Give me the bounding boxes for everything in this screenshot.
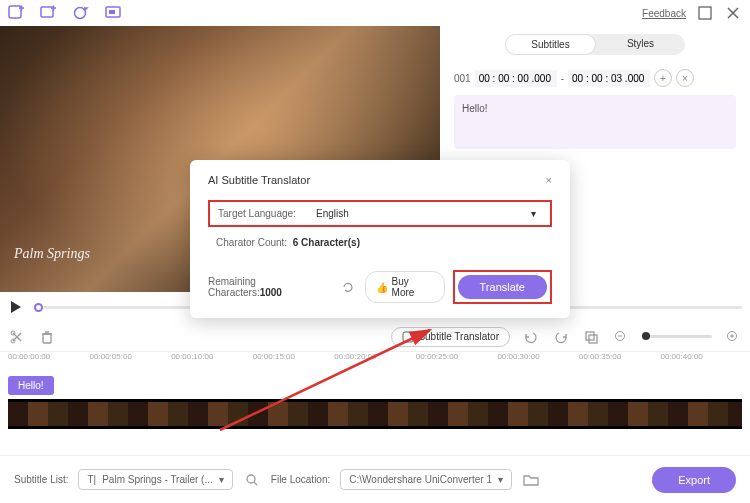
svg-rect-9	[403, 332, 413, 342]
refresh-count-icon[interactable]	[339, 278, 357, 296]
timeline-ruler: 00:00:00:00 00:00:05:00 00:00:10:00 00:0…	[0, 352, 750, 372]
time-start-input[interactable]	[475, 70, 557, 87]
maximize-icon[interactable]	[696, 4, 714, 22]
modal-title: AI Subtitle Translator	[208, 174, 310, 186]
subtitle-tabs: Subtitles Styles	[505, 34, 685, 55]
svg-rect-4	[109, 10, 115, 14]
translate-icon	[402, 331, 414, 343]
zoom-slider[interactable]	[642, 335, 712, 338]
subtitle-chip[interactable]: Hello!	[8, 376, 54, 395]
cut-icon[interactable]	[8, 328, 26, 346]
chevron-down-icon: ▾	[531, 208, 536, 219]
zoom-in-icon[interactable]	[724, 328, 742, 346]
add-media-icon[interactable]	[40, 4, 58, 22]
target-language-select[interactable]: English ▾	[310, 208, 542, 219]
subtitle-list-label: Subtitle List:	[14, 474, 68, 485]
video-track[interactable]	[8, 399, 742, 429]
close-icon[interactable]	[724, 4, 742, 22]
folder-icon[interactable]	[522, 471, 540, 489]
redo-icon[interactable]	[552, 328, 570, 346]
svg-point-14	[247, 475, 255, 483]
play-button[interactable]	[8, 299, 24, 315]
chevron-down-icon: ▾	[219, 474, 224, 485]
buy-more-button[interactable]: 👍 Buy More	[365, 271, 445, 303]
translate-button[interactable]: Translate	[458, 275, 547, 299]
delete-subtitle-button[interactable]: ×	[676, 69, 694, 87]
char-count-label: Charator Count:	[216, 237, 287, 248]
screen-icon[interactable]	[104, 4, 122, 22]
text-file-icon: T|	[87, 474, 96, 485]
time-separator: -	[561, 73, 564, 84]
remaining-chars: Remaining Characters:1000	[208, 276, 331, 298]
preview-watermark: Palm Springs	[14, 246, 90, 262]
thumbs-up-icon: 👍	[376, 282, 388, 293]
new-file-icon[interactable]	[8, 4, 26, 22]
svg-point-2	[75, 8, 86, 19]
copy-icon[interactable]	[582, 328, 600, 346]
modal-close-button[interactable]: ×	[546, 174, 552, 186]
char-count-value: 6 Character(s)	[293, 237, 360, 248]
svg-rect-8	[43, 334, 51, 343]
svg-rect-10	[586, 332, 594, 340]
subtitle-translator-button[interactable]: Subtitle Translator	[391, 327, 510, 347]
search-icon[interactable]	[243, 471, 261, 489]
chevron-down-icon: ▾	[498, 474, 503, 485]
svg-rect-11	[589, 335, 597, 343]
time-end-input[interactable]	[568, 70, 650, 87]
undo-icon[interactable]	[522, 328, 540, 346]
svg-rect-5	[699, 7, 711, 19]
ai-translator-modal: AI Subtitle Translator × Target Language…	[190, 160, 570, 318]
tab-styles[interactable]: Styles	[596, 34, 685, 55]
refresh-icon[interactable]	[72, 4, 90, 22]
subtitle-index: 001	[454, 73, 471, 84]
trash-icon[interactable]	[38, 328, 56, 346]
add-subtitle-button[interactable]: +	[654, 69, 672, 87]
file-location-select[interactable]: C:\Wondershare UniConverter 1 ▾	[340, 469, 512, 490]
export-button[interactable]: Export	[652, 467, 736, 493]
file-location-label: File Location:	[271, 474, 330, 485]
subtitle-list-select[interactable]: T| Palm Springs - Trailer (... ▾	[78, 469, 232, 490]
feedback-link[interactable]: Feedback	[642, 8, 686, 19]
subtitle-text-area[interactable]: Hello!	[454, 95, 736, 149]
target-language-label: Target Language:	[218, 208, 310, 219]
zoom-out-icon[interactable]	[612, 328, 630, 346]
tab-subtitles[interactable]: Subtitles	[505, 34, 596, 55]
